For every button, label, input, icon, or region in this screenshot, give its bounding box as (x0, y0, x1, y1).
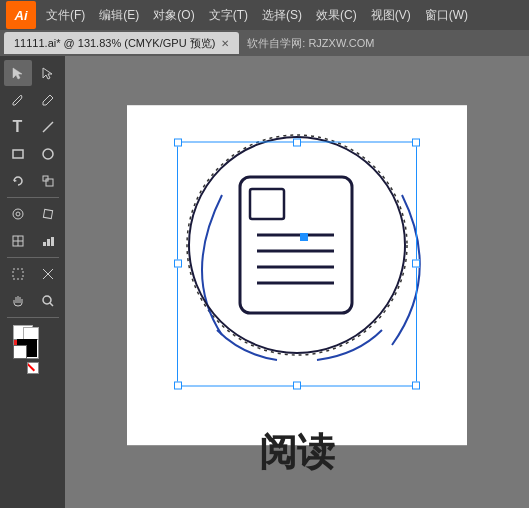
pen-tool[interactable] (4, 87, 32, 113)
color-white-swatch[interactable] (13, 345, 27, 359)
svg-line-0 (50, 95, 53, 98)
tab-right-info: 软件自学网: RJZXW.COM (247, 36, 374, 51)
svg-rect-12 (43, 242, 46, 246)
select-tool[interactable] (4, 60, 32, 86)
menu-bar: 文件(F) 编辑(E) 对象(O) 文字(T) 选择(S) 效果(C) 视图(V… (40, 5, 523, 26)
menu-select[interactable]: 选择(S) (256, 5, 308, 26)
toolbar-divider-1 (7, 197, 59, 198)
svg-rect-4 (46, 179, 53, 186)
svg-rect-15 (13, 269, 23, 279)
app-logo: Ai (6, 1, 36, 29)
rotate-tool[interactable] (4, 168, 32, 194)
hand-tool[interactable] (4, 288, 32, 314)
tool-row-7 (0, 228, 65, 254)
tool-row-1 (0, 60, 65, 86)
tool-row-9 (0, 288, 65, 314)
svg-line-17 (50, 303, 53, 306)
svg-rect-26 (300, 233, 308, 241)
svg-rect-20 (240, 177, 352, 313)
svg-line-1 (43, 122, 53, 132)
svg-rect-8 (43, 209, 52, 218)
none-color[interactable] (27, 362, 39, 374)
menu-file[interactable]: 文件(F) (40, 5, 91, 26)
title-bar: Ai 文件(F) 编辑(E) 对象(O) 文字(T) 选择(S) 效果(C) 视… (0, 0, 529, 30)
left-toolbar: T (0, 56, 65, 508)
artboard-tool[interactable] (4, 261, 32, 287)
tab-close-button[interactable]: ✕ (221, 38, 229, 49)
tab-bar: 11111.ai* @ 131.83% (CMYK/GPU 预览) ✕ 软件自学… (0, 30, 529, 56)
svg-point-16 (43, 296, 51, 304)
tool-row-5 (0, 168, 65, 194)
svg-point-7 (16, 212, 20, 216)
tab-label: 11111.ai* @ 131.83% (CMYK/GPU 预览) (14, 36, 215, 51)
toolbar-divider-3 (7, 317, 59, 318)
slice-tool[interactable] (34, 261, 62, 287)
tool-row-2 (0, 87, 65, 113)
svg-point-6 (13, 209, 23, 219)
none-color-row (27, 362, 39, 374)
free-transform-tool[interactable] (34, 201, 62, 227)
svg-rect-14 (51, 237, 54, 246)
svg-point-3 (43, 149, 53, 159)
tool-row-6 (0, 201, 65, 227)
toolbar-divider-2 (7, 257, 59, 258)
icon-text-label: 阅读 (259, 427, 335, 478)
tool-row-4 (0, 141, 65, 167)
line-tool[interactable] (34, 114, 62, 140)
menu-text[interactable]: 文字(T) (203, 5, 254, 26)
rectangle-tool[interactable] (4, 141, 32, 167)
type-tool[interactable]: T (4, 114, 32, 140)
menu-effect[interactable]: 效果(C) (310, 5, 363, 26)
tool-row-8 (0, 261, 65, 287)
menu-object[interactable]: 对象(O) (147, 5, 200, 26)
ellipse-tool[interactable] (34, 141, 62, 167)
main-layout: T (0, 56, 529, 508)
icon-svg (162, 115, 432, 395)
document-tab[interactable]: 11111.ai* @ 131.83% (CMYK/GPU 预览) ✕ (4, 32, 239, 54)
menu-view[interactable]: 视图(V) (365, 5, 417, 26)
color-swatch-area[interactable] (13, 325, 53, 359)
tool-row-3: T (0, 114, 65, 140)
svg-rect-2 (13, 150, 23, 158)
symbol-tool[interactable] (4, 228, 32, 254)
warp-tool[interactable] (4, 201, 32, 227)
canvas-area[interactable]: 阅读 (65, 56, 529, 508)
menu-edit[interactable]: 编辑(E) (93, 5, 145, 26)
zoom-tool[interactable] (34, 288, 62, 314)
pencil-tool[interactable] (34, 87, 62, 113)
scale-tool[interactable] (34, 168, 62, 194)
svg-rect-13 (47, 239, 50, 246)
column-graph-tool[interactable] (34, 228, 62, 254)
menu-window[interactable]: 窗口(W) (419, 5, 474, 26)
direct-select-tool[interactable] (34, 60, 62, 86)
